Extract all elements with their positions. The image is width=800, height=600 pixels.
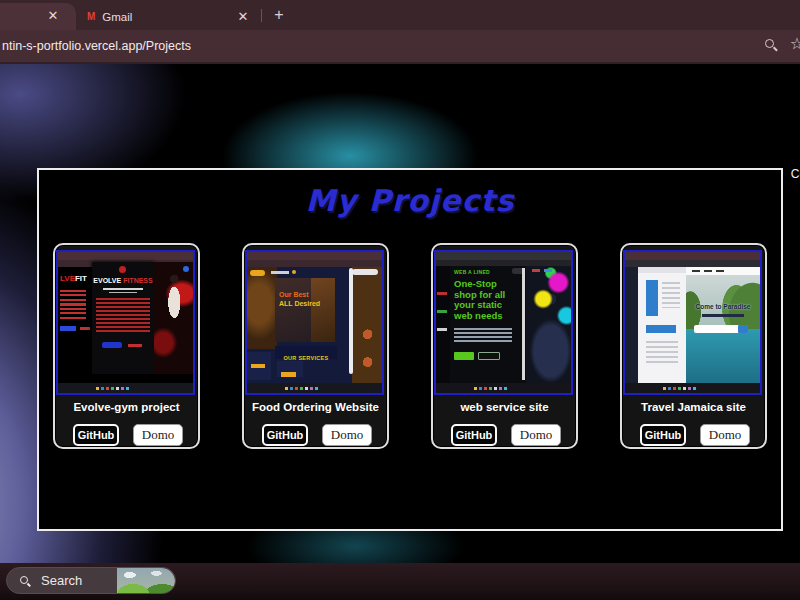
search-label: Search xyxy=(41,573,82,588)
search-icon xyxy=(20,576,28,584)
browser-tab-bar: ✕ M Gmail ✕ + xyxy=(0,0,800,30)
tab-close-icon[interactable]: ✕ xyxy=(236,10,250,24)
project-card-evolve-gym: LVEFIT EVOLVE FITNESS xyxy=(53,243,200,449)
github-button[interactable]: GitHub xyxy=(73,424,119,446)
demo-button[interactable]: Domo xyxy=(133,424,183,446)
project-card-travel-jamaica: Come to Paradise Travel Jamaica site Git… xyxy=(620,243,767,449)
github-button[interactable]: GitHub xyxy=(640,424,686,446)
taskbar-search[interactable]: Search xyxy=(6,567,176,594)
food-hero-photo: Our Best ALL Desired xyxy=(275,278,335,342)
project-thumbnail-travel-jamaica[interactable]: Come to Paradise xyxy=(623,250,762,395)
travel-sidebar-panel xyxy=(638,267,686,383)
project-title: Food Ordering Website xyxy=(244,401,387,413)
screen: ✕ M Gmail ✕ + ntin-s-portfolio.vercel.ap… xyxy=(0,0,800,600)
project-card-web-service: WEB A LINED One-Stop shop for all your s… xyxy=(431,243,578,449)
bookmark-star-icon[interactable]: ☆ xyxy=(790,34,800,53)
tab-gmail[interactable]: M Gmail ✕ xyxy=(78,3,256,30)
project-title: Evolve-gym project xyxy=(55,401,198,413)
portfolio-page: Home About Projects Experience Contact M… xyxy=(0,64,800,563)
tab-portfolio[interactable]: ✕ xyxy=(0,3,76,30)
project-card-food-ordering: Our Best ALL Desired OUR SERVICES Food O… xyxy=(242,243,389,449)
gmail-icon: M xyxy=(87,11,95,22)
travel-hero-photo: Come to Paradise xyxy=(686,267,760,383)
tab-close-icon[interactable]: ✕ xyxy=(46,9,60,23)
project-title: web service site xyxy=(433,401,576,413)
project-thumbnail-food-ordering[interactable]: Our Best ALL Desired OUR SERVICES xyxy=(245,250,384,395)
project-thumbnail-evolve-gym[interactable]: LVEFIT EVOLVE FITNESS xyxy=(56,250,195,395)
github-button[interactable]: GitHub xyxy=(451,424,497,446)
projects-section: My Projects LVEFIT EVOLVE FITNESS xyxy=(37,168,783,531)
zoom-icon[interactable] xyxy=(765,39,774,48)
browser-url-bar[interactable]: ntin-s-portfolio.vercel.app/Projects ☆ xyxy=(0,30,800,64)
new-tab-button[interactable]: + xyxy=(270,4,288,26)
windows-taskbar: Search mdp ? xyxy=(0,563,800,600)
page-title: My Projects xyxy=(39,183,781,218)
demo-button[interactable]: Domo xyxy=(700,424,750,446)
project-thumbnail-web-service[interactable]: WEB A LINED One-Stop shop for all your s… xyxy=(434,250,573,395)
demo-button[interactable]: Domo xyxy=(322,424,372,446)
search-weather-image[interactable] xyxy=(117,568,175,594)
url-text[interactable]: ntin-s-portfolio.vercel.app/Projects xyxy=(2,30,191,62)
tab-divider xyxy=(261,9,262,22)
evolve-modal: EVOLVE FITNESS xyxy=(92,262,154,374)
demo-button[interactable]: Domo xyxy=(511,424,561,446)
tab-label: Gmail xyxy=(102,11,236,23)
project-title: Travel Jamaica site xyxy=(622,401,765,413)
github-button[interactable]: GitHub xyxy=(262,424,308,446)
evolve-hero-photo xyxy=(154,262,193,374)
nav-contact[interactable]: Contact xyxy=(791,167,800,181)
web-service-hero-photo xyxy=(526,266,571,384)
